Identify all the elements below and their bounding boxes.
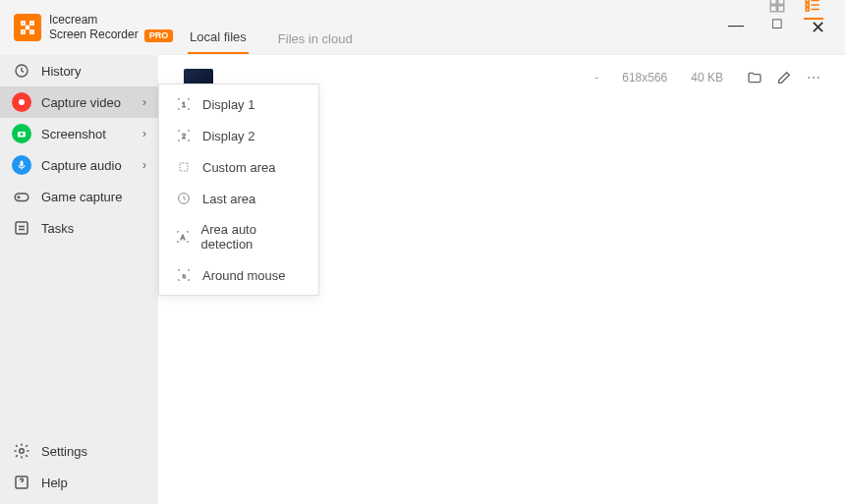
sidebar-item-capture-audio[interactable]: Capture audio ›: [0, 149, 158, 181]
display-2-icon: 2: [173, 128, 195, 143]
sidebar-item-label: Screenshot: [41, 127, 106, 141]
svg-rect-15: [806, 4, 809, 7]
sidebar: History Capture video › Screenshot › Cap…: [0, 55, 158, 504]
mouse-area-icon: [173, 267, 195, 283]
sidebar-item-help[interactable]: Help: [0, 467, 158, 498]
sidebar-item-screenshot[interactable]: Screenshot ›: [0, 118, 158, 149]
row-dimensions: 618x566: [622, 71, 667, 84]
svg-point-4: [21, 133, 24, 136]
chevron-right-icon: ›: [142, 95, 146, 109]
svg-rect-12: [770, 6, 776, 12]
submenu-last-area[interactable]: Last area: [159, 183, 318, 214]
tabs: Local files Files in cloud: [158, 24, 845, 55]
display-1-icon: 1: [173, 96, 195, 112]
tab-local-files[interactable]: Local files: [188, 29, 249, 54]
gamepad-icon: [12, 187, 31, 206]
submenu-label: Area auto detection: [201, 222, 305, 252]
auto-detect-icon: A: [173, 229, 194, 245]
submenu-label: Last area: [202, 192, 255, 206]
svg-rect-5: [21, 161, 24, 167]
submenu-display-2[interactable]: 2 Display 2: [159, 120, 318, 151]
svg-point-19: [817, 77, 819, 79]
clock-icon: [12, 61, 31, 81]
sidebar-item-capture-video[interactable]: Capture video ›: [0, 86, 158, 118]
svg-point-2: [19, 99, 25, 105]
list-view-button[interactable]: [804, 0, 821, 14]
app-name-line2: Screen RecorderPRO: [49, 28, 173, 42]
sidebar-item-label: Settings: [41, 444, 87, 459]
svg-rect-22: [180, 163, 188, 171]
tasks-icon: [12, 218, 31, 238]
sidebar-item-label: Tasks: [41, 221, 74, 236]
submenu-display-1[interactable]: 1 Display 1: [159, 88, 318, 120]
app-logo: [14, 14, 41, 41]
svg-rect-11: [778, 0, 784, 4]
svg-point-17: [808, 77, 810, 79]
mic-icon: [12, 155, 31, 175]
submenu-custom-area[interactable]: Custom area: [159, 151, 318, 183]
submenu-area-auto-detection[interactable]: A Area auto detection: [159, 214, 318, 259]
svg-text:1: 1: [182, 101, 186, 108]
camera-icon: [12, 124, 31, 143]
history-area-icon: [173, 191, 195, 206]
sidebar-item-label: Capture video: [41, 95, 121, 110]
svg-point-18: [813, 77, 815, 79]
capture-video-submenu: 1 Display 1 2 Display 2 Custom area Last…: [158, 84, 319, 296]
sidebar-item-label: Game capture: [41, 190, 122, 204]
grid-view-button[interactable]: [768, 0, 786, 14]
svg-point-8: [20, 449, 25, 454]
view-toggle: [768, 0, 821, 14]
svg-point-0: [27, 27, 29, 29]
svg-rect-10: [770, 0, 776, 4]
submenu-label: Display 2: [202, 129, 254, 143]
crop-icon: [173, 159, 195, 175]
svg-rect-14: [806, 0, 809, 2]
sidebar-item-label: Help: [41, 476, 68, 490]
gear-icon: [12, 441, 31, 461]
submenu-around-mouse[interactable]: Around mouse: [159, 259, 318, 291]
open-folder-button[interactable]: [747, 70, 762, 85]
sidebar-item-tasks[interactable]: Tasks: [0, 212, 158, 244]
sidebar-item-label: History: [41, 64, 81, 79]
edit-button[interactable]: [776, 70, 792, 85]
sidebar-item-history[interactable]: History: [0, 55, 158, 86]
app-title: Icecream Screen RecorderPRO: [49, 13, 173, 41]
row-size: 40 KB: [691, 71, 723, 84]
chevron-right-icon: ›: [142, 127, 146, 140]
tab-files-in-cloud[interactable]: Files in cloud: [276, 31, 355, 54]
svg-rect-7: [16, 222, 28, 234]
submenu-label: Around mouse: [202, 268, 286, 283]
chevron-right-icon: ›: [142, 158, 146, 172]
more-button[interactable]: [806, 70, 821, 85]
svg-rect-13: [778, 6, 784, 12]
app-name-line1: Icecream: [49, 13, 173, 27]
sidebar-item-settings[interactable]: Settings: [0, 435, 158, 467]
svg-text:A: A: [181, 234, 186, 241]
svg-rect-6: [15, 194, 28, 201]
submenu-label: Display 1: [202, 97, 254, 112]
svg-text:2: 2: [182, 133, 186, 140]
help-icon: [12, 473, 31, 492]
submenu-label: Custom area: [202, 160, 275, 175]
svg-rect-16: [806, 8, 809, 11]
sidebar-item-game-capture[interactable]: Game capture: [0, 181, 158, 212]
row-dash: -: [594, 71, 598, 84]
sidebar-item-label: Capture audio: [41, 158, 122, 173]
record-icon: [12, 92, 31, 112]
